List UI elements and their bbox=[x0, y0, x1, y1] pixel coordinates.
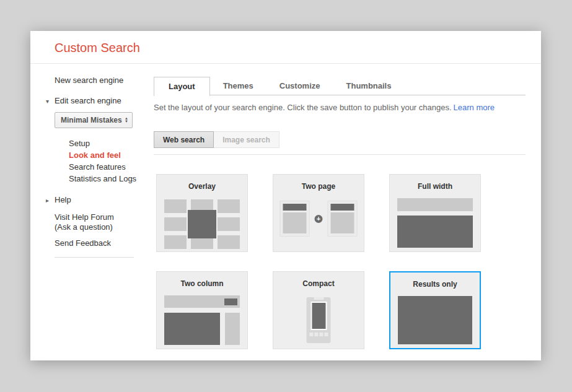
phone-icon bbox=[307, 297, 331, 343]
layout-card-title: Two column bbox=[157, 272, 247, 288]
tab-bar: Layout Themes Customize Thumbnails bbox=[154, 77, 526, 95]
tab-layout[interactable]: Layout bbox=[154, 77, 210, 96]
layout-card-title: Full width bbox=[390, 175, 480, 191]
overlay-layout-thumbnail-icon bbox=[164, 199, 240, 249]
search-type-toggle: Web search Image search bbox=[154, 131, 526, 148]
layout-card-title: Results only bbox=[390, 272, 480, 289]
app-header: Custom Search bbox=[30, 31, 541, 64]
sidebar-subsections: Setup Look and feel Search features Stat… bbox=[30, 137, 154, 185]
section-divider bbox=[154, 154, 526, 155]
two-column-layout-thumbnail-icon bbox=[164, 295, 240, 345]
custom-search-window: Custom Search New search engine ▾ Edit s… bbox=[30, 31, 541, 360]
visit-help-forum-label: Visit Help Forum bbox=[55, 212, 154, 222]
tab-customize[interactable]: Customize bbox=[267, 77, 333, 95]
sidebar-item-help[interactable]: ▸ Help bbox=[30, 195, 154, 204]
tab-thumbnails[interactable]: Thumbnails bbox=[334, 77, 404, 95]
sidebar-item-label: Help bbox=[55, 195, 71, 204]
layout-card-two-column[interactable]: Two column bbox=[156, 271, 248, 349]
description-text: Set the layout of your search engine. Cl… bbox=[154, 103, 452, 112]
layout-card-two-page[interactable]: Two page + bbox=[273, 174, 364, 252]
layout-card-title: Overlay bbox=[157, 175, 247, 191]
layout-card-overlay[interactable]: Overlay bbox=[156, 174, 248, 252]
sidebar-item-label: Edit search engine bbox=[55, 96, 121, 105]
full-width-layout-thumbnail-icon bbox=[397, 198, 473, 248]
layout-card-title: Compact bbox=[273, 272, 364, 288]
sidebar-item-look-and-feel[interactable]: Look and feel bbox=[30, 149, 154, 161]
sidebar: New search engine ▾ Edit search engine M… bbox=[30, 64, 154, 360]
sidebar-item-new-search-engine[interactable]: New search engine bbox=[30, 76, 154, 85]
sidebar-item-search-features[interactable]: Search features bbox=[30, 161, 154, 173]
image-search-button[interactable]: Image search bbox=[214, 131, 279, 148]
sidebar-item-visit-help-forum[interactable]: Visit Help Forum (Ask a question) bbox=[30, 212, 154, 232]
triangle-right-icon: ▸ bbox=[46, 197, 55, 204]
ask-a-question-label: (Ask a question) bbox=[55, 222, 154, 232]
layout-options-grid: Overlay Two page + bbox=[154, 174, 526, 349]
layout-card-title: Two page bbox=[273, 175, 364, 191]
select-arrows-icon: ▲▼ bbox=[125, 117, 128, 123]
plus-icon: + bbox=[315, 215, 323, 223]
tab-description: Set the layout of your search engine. Cl… bbox=[154, 103, 526, 112]
compact-layout-thumbnail-icon bbox=[307, 294, 331, 343]
results-only-layout-thumbnail-icon bbox=[398, 296, 472, 344]
layout-card-full-width[interactable]: Full width bbox=[389, 174, 481, 252]
sidebar-item-setup[interactable]: Setup bbox=[30, 137, 154, 149]
sidebar-item-statistics-and-logs[interactable]: Statistics and Logs bbox=[30, 173, 154, 185]
sidebar-item-send-feedback[interactable]: Send Feedback bbox=[30, 238, 154, 248]
sidebar-item-edit-search-engine[interactable]: ▾ Edit search engine bbox=[30, 96, 154, 105]
layout-card-compact[interactable]: Compact bbox=[273, 271, 364, 349]
sidebar-divider bbox=[55, 257, 134, 258]
engine-select-value: Minimal Mistakes bbox=[61, 116, 122, 124]
page-title: Custom Search bbox=[30, 31, 541, 55]
two-page-layout-thumbnail-icon: + bbox=[280, 201, 358, 237]
engine-select[interactable]: Minimal Mistakes ▲▼ bbox=[55, 112, 133, 128]
main-content: Layout Themes Customize Thumbnails Set t… bbox=[154, 64, 541, 360]
triangle-down-icon: ▾ bbox=[46, 98, 55, 105]
layout-card-results-only[interactable]: Results only bbox=[389, 271, 481, 349]
tab-themes[interactable]: Themes bbox=[211, 77, 266, 95]
web-search-button[interactable]: Web search bbox=[154, 131, 214, 148]
learn-more-link[interactable]: Learn more bbox=[454, 103, 495, 112]
